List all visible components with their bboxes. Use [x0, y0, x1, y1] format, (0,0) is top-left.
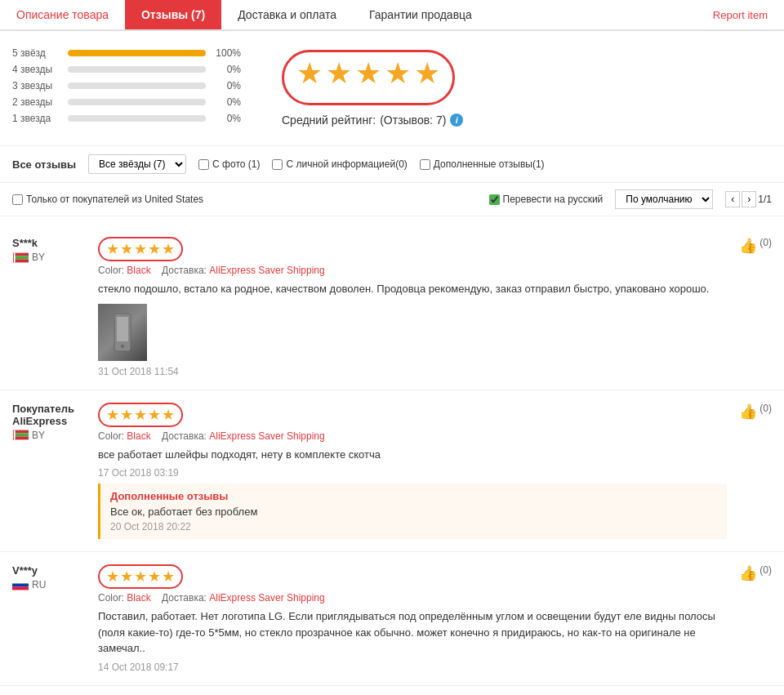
rating-label-3: 3 звезды	[12, 80, 61, 91]
additional-review-title: Дополненные отзывы	[110, 490, 717, 502]
review-meta-3: Color: Black Доставка: AliExpress Saver …	[98, 592, 727, 604]
translate-checkbox[interactable]	[489, 194, 500, 205]
reviewer-name-2: Покупатель AliExpress	[12, 403, 86, 427]
with-personal-checkbox-label[interactable]: С личной информацией(0)	[272, 158, 407, 170]
likes-count-2: (0)	[760, 403, 772, 414]
svg-rect-14	[12, 583, 29, 586]
page-next-btn[interactable]: ›	[742, 191, 756, 207]
thumb-icon-2: 👍	[739, 403, 757, 421]
likes-count-1: (0)	[760, 237, 772, 248]
info-icon[interactable]: i	[450, 114, 463, 127]
flag-by-1	[12, 252, 29, 263]
review-stars-wrapper-2: ★ ★ ★ ★ ★	[98, 403, 183, 427]
svg-rect-13	[12, 580, 29, 583]
review-text-2: все работает шлейфы подходят, нету в ком…	[98, 447, 727, 463]
review-image-container-1[interactable]	[98, 304, 727, 361]
only-buyers-checkbox-label[interactable]: Только от покупателей из United States	[12, 194, 203, 205]
review-date-1: 31 Oct 2018 11:54	[98, 366, 727, 377]
phone-icon	[110, 312, 135, 353]
filters-row-2: Только от покупателей из United States П…	[0, 183, 784, 216]
review-meta-1: Color: Black Доставка: AliExpress Saver …	[98, 265, 727, 276]
likes-count-3: (0)	[760, 564, 772, 576]
color-value-2: Black	[127, 430, 150, 442]
tab-delivery[interactable]: Доставка и оплата	[221, 0, 353, 29]
bar-percent-2: 0%	[212, 96, 241, 108]
rating-row-3: 3 звезды 0%	[12, 80, 241, 91]
bar-container-5	[68, 50, 206, 56]
delivery-label-2: Доставка:	[162, 430, 207, 442]
star-2-2: ★	[120, 406, 133, 424]
review-item-2: Покупатель AliExpress BY ★	[0, 390, 784, 553]
svg-rect-4	[13, 252, 14, 262]
page-info: 1/1	[758, 194, 772, 205]
star-1-1: ★	[106, 240, 119, 258]
with-photo-checkbox-label[interactable]: С фото (1)	[198, 158, 260, 170]
review-main-1: ★ ★ ★ ★ ★ Color: Black Доставка: AliExpr…	[98, 237, 727, 377]
star-3-4: ★	[148, 568, 161, 586]
rating-label-1: 1 звезда	[12, 113, 61, 124]
delivery-label-1: Доставка:	[162, 265, 207, 276]
big-star-2: ★	[326, 56, 352, 91]
bar-container-2	[68, 99, 206, 105]
reviewer-country-2: BY	[12, 430, 86, 441]
reviews-count-label: (Отзывов: 7)	[380, 114, 446, 127]
star-1-4: ★	[148, 240, 161, 258]
star-3-1: ★	[106, 568, 119, 586]
page-prev-btn[interactable]: ‹	[725, 191, 740, 207]
like-btn-1[interactable]: 👍 (0)	[739, 237, 772, 255]
rating-label-2: 2 звезды	[12, 96, 61, 108]
rating-row-2: 2 звезды 0%	[12, 96, 241, 108]
with-personal-checkbox[interactable]	[272, 159, 283, 170]
pagination: ‹ › 1/1	[725, 191, 772, 207]
star-1-2: ★	[120, 240, 133, 258]
additional-checkbox-label[interactable]: Дополненные отзывы(1)	[420, 158, 545, 170]
with-personal-label: С личной информацией(0)	[286, 158, 407, 170]
translate-label: Перевести на русский	[503, 194, 604, 205]
sort-select[interactable]: По умолчанию	[615, 189, 713, 209]
review-image-inner-1	[98, 304, 147, 361]
filters-row-1: Все отзывы Все звёзды (7) С фото (1) С л…	[0, 146, 784, 183]
star-2-5: ★	[162, 406, 175, 424]
reviewer-name-3: V***y	[12, 564, 86, 577]
tab-reviews[interactable]: Отзывы (7)	[125, 0, 221, 29]
bar-percent-1: 0%	[212, 113, 241, 124]
reviewer-info-3: V***y RU	[12, 564, 86, 590]
like-btn-3[interactable]: 👍 (0)	[739, 564, 772, 582]
rating-row-5: 5 звёзд 100%	[12, 47, 241, 59]
color-label-3: Color:	[98, 592, 124, 604]
svg-rect-3	[12, 252, 16, 262]
review-image-1	[98, 304, 147, 361]
review-header-2: Покупатель AliExpress BY ★	[12, 403, 772, 540]
stars-filter-select[interactable]: Все звёзды (7)	[88, 154, 186, 174]
rating-row-4: 4 звезды 0%	[12, 64, 241, 75]
delivery-value-2: AliExpress Saver Shipping	[209, 430, 324, 442]
review-main-3: ★ ★ ★ ★ ★ Color: Black Доставка: AliExpr…	[98, 564, 727, 673]
bar-percent-5: 100%	[212, 47, 241, 59]
tab-description[interactable]: Описание товара	[0, 0, 125, 29]
svg-rect-11	[12, 430, 16, 440]
reviews-container: S***k BY ★ ★ ★	[0, 216, 784, 694]
star-1-5: ★	[162, 240, 175, 258]
bar-container-1	[68, 115, 206, 122]
bar-fill-5	[68, 50, 206, 56]
country-text-1: BY	[32, 252, 45, 263]
additional-checkbox[interactable]	[420, 159, 430, 170]
review-stars-wrapper-3: ★ ★ ★ ★ ★	[98, 564, 183, 589]
with-photo-checkbox[interactable]	[198, 159, 209, 170]
tab-guarantee[interactable]: Гарантии продавца	[353, 0, 488, 29]
report-item-link[interactable]: Report item	[697, 1, 784, 29]
like-btn-2[interactable]: 👍 (0)	[739, 403, 772, 421]
color-label-1: Color:	[98, 265, 124, 276]
star-2-4: ★	[148, 406, 161, 424]
delivery-label-3: Доставка:	[162, 592, 207, 604]
svg-rect-6	[117, 317, 128, 341]
thumb-icon-3: 👍	[739, 564, 757, 582]
average-rating-text: Средний рейтинг: (Отзывов: 7) i	[282, 114, 463, 127]
review-text-3: Поставил, работает. Нет логотипа LG. Есл…	[98, 608, 727, 657]
review-date-2: 17 Oct 2018 03:19	[98, 467, 727, 479]
flag-ru-3	[12, 580, 29, 590]
delivery-value-3: AliExpress Saver Shipping	[209, 592, 324, 604]
only-buyers-checkbox[interactable]	[12, 194, 23, 205]
rating-label-5: 5 звёзд	[12, 47, 61, 59]
all-reviews-label: Все отзывы	[12, 158, 76, 171]
